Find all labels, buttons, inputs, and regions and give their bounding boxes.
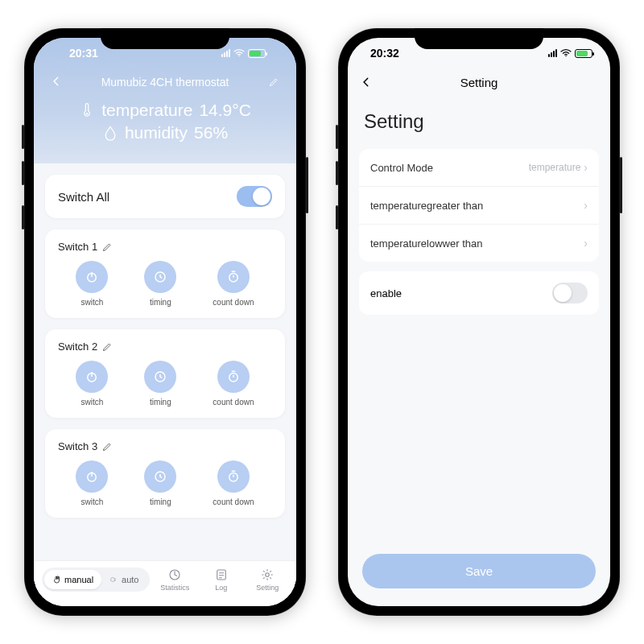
switch-2-title: Switch 2 <box>58 341 272 353</box>
edit-button[interactable] <box>264 74 283 91</box>
timer-icon <box>226 369 241 384</box>
status-time: 20:32 <box>370 47 399 60</box>
timing-label: timing <box>150 398 171 407</box>
save-button[interactable]: Save <box>362 554 596 588</box>
title-bar: Mumubiz 4CH thermostat <box>47 68 283 96</box>
svg-point-17 <box>266 573 270 577</box>
clock-icon <box>153 469 167 484</box>
switch-2-countdown[interactable]: count down <box>213 361 254 407</box>
status-icons <box>548 49 592 58</box>
save-label: Save <box>465 564 493 578</box>
wifi-icon <box>560 49 572 57</box>
switch-card-3: Switch 3 switch timing count down <box>45 429 285 518</box>
power-icon <box>85 369 99 384</box>
humidity-label: humidity <box>125 123 188 142</box>
power-icon <box>85 270 99 284</box>
notch <box>101 28 229 49</box>
screen-setting: 20:32 Setting Setting Control Mode tempe… <box>348 38 610 606</box>
switch-2-power[interactable]: switch <box>76 361 108 407</box>
clock-icon <box>153 270 167 284</box>
screen-thermostat: 20:31 Mumubiz 4CH thermostat <box>34 38 296 606</box>
row-label: Control Mode <box>370 162 433 174</box>
droplet-icon <box>102 125 118 141</box>
switch-3-countdown[interactable]: count down <box>213 460 254 506</box>
switch-card-2: Switch 2 switch timing count down <box>45 329 285 418</box>
nav-statistics[interactable]: Statistics <box>155 568 196 592</box>
manual-label: manual <box>64 575 93 584</box>
switch-3-power[interactable]: switch <box>76 460 108 506</box>
back-button[interactable] <box>361 73 372 92</box>
svg-point-18 <box>565 56 566 56</box>
temperature-row: temperature 14.9°C <box>47 101 283 120</box>
row-control-mode[interactable]: Control Mode temperature› <box>359 149 599 187</box>
row-temp-lower[interactable]: temperaturelowwer than › <box>359 225 599 262</box>
setting-heading: Setting <box>348 96 610 142</box>
thermometer-icon <box>79 102 95 118</box>
auto-label: auto <box>122 575 138 584</box>
row-value: temperature <box>529 162 581 173</box>
nav-label: Setting <box>256 584 279 592</box>
svg-point-0 <box>238 56 239 56</box>
scroll-content[interactable]: Switch All Switch 1 switch timing count … <box>34 163 296 606</box>
setting-list: Control Mode temperature› temperaturegre… <box>359 149 599 262</box>
nav-label: Log <box>215 584 227 592</box>
switch-1-title: Switch 1 <box>58 241 272 253</box>
timing-label: timing <box>150 497 171 506</box>
notch <box>415 28 543 49</box>
mode-manual[interactable]: manual <box>44 570 101 589</box>
timing-label: timing <box>150 298 171 307</box>
timer-icon <box>226 270 241 284</box>
power-icon <box>85 469 99 484</box>
switch-all-toggle[interactable] <box>237 186 272 207</box>
chevron-right-icon: › <box>584 161 588 174</box>
sensor-readings: temperature 14.9°C humidity 56% <box>47 101 283 142</box>
switch-label: switch <box>81 298 104 307</box>
switch-1-countdown[interactable]: count down <box>213 261 254 307</box>
setting-title-small: Setting <box>460 76 498 89</box>
pencil-icon[interactable] <box>102 342 112 352</box>
gear-icon <box>260 568 275 582</box>
auto-icon <box>109 575 119 584</box>
countdown-label: count down <box>213 298 254 307</box>
back-button[interactable] <box>47 74 66 91</box>
humidity-value: 56% <box>194 123 228 142</box>
page-title: Mumubiz 4CH thermostat <box>101 76 229 89</box>
enable-toggle[interactable] <box>552 283 588 303</box>
countdown-label: count down <box>213 497 254 506</box>
signal-icon <box>221 49 230 57</box>
chevron-right-icon: › <box>584 237 588 250</box>
setting-titlebar: Setting <box>348 68 610 96</box>
nav-setting[interactable]: Setting <box>247 568 289 592</box>
pencil-icon[interactable] <box>102 442 112 452</box>
clock-icon <box>153 369 167 384</box>
switch-2-timing[interactable]: timing <box>144 361 176 407</box>
phone-right: 20:32 Setting Setting Control Mode tempe… <box>338 28 620 616</box>
switch-1-power[interactable]: switch <box>76 261 108 307</box>
mode-auto[interactable]: auto <box>101 570 147 589</box>
switch-all-label: Switch All <box>58 190 109 204</box>
switch-1-timing[interactable]: timing <box>144 261 176 307</box>
nav-log[interactable]: Log <box>200 568 242 592</box>
switch-3-timing[interactable]: timing <box>144 460 176 506</box>
battery-icon <box>575 49 592 58</box>
hand-icon <box>52 575 62 584</box>
phone-left: 20:31 Mumubiz 4CH thermostat <box>24 28 306 616</box>
header-gradient: 20:31 Mumubiz 4CH thermostat <box>34 38 296 163</box>
svg-point-14 <box>111 578 115 582</box>
enable-label: enable <box>370 287 402 299</box>
switch-2-label: Switch 2 <box>58 341 97 353</box>
statistics-icon <box>167 568 182 582</box>
countdown-label: count down <box>213 398 254 407</box>
switch-3-title: Switch 3 <box>58 440 272 452</box>
status-icons <box>221 49 266 58</box>
mode-segment: manual auto <box>42 568 150 592</box>
row-label: temperaturelowwer than <box>370 237 482 250</box>
temperature-label: temperature <box>101 101 192 120</box>
switch-3-label: Switch 3 <box>58 440 97 452</box>
battery-icon <box>248 49 266 58</box>
signal-icon <box>548 49 557 57</box>
row-enable: enable <box>359 271 599 315</box>
row-temp-greater[interactable]: temperaturegreater than › <box>359 187 599 225</box>
pencil-icon[interactable] <box>102 242 112 252</box>
switch-card-1: Switch 1 switch timing count down <box>45 229 285 318</box>
